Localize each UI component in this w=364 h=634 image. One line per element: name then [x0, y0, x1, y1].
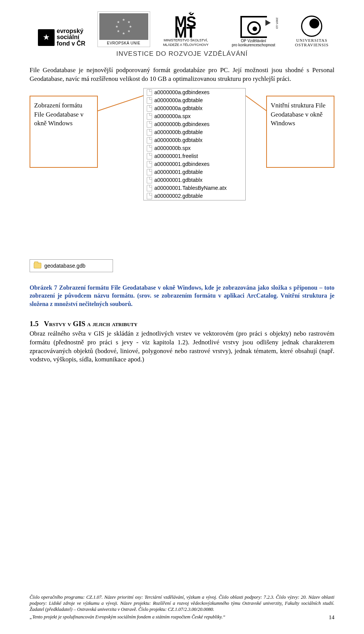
msmt-line2: MLÁDEŽE A TĚLOVÝCHOVY	[163, 43, 209, 47]
file-icon	[147, 193, 152, 199]
file-icon	[147, 89, 152, 96]
file-row: a00000002.gdbtable	[144, 192, 245, 200]
header-logos: ★ evropský sociální fond v ČR ★★ ★★ ★★ ★…	[30, 11, 334, 49]
file-name: a00000001.gdbtablx	[154, 177, 202, 183]
footer-credit: „Tento projekt je spolufinancován Evrops…	[30, 614, 225, 621]
section-body: Obraz reálného světa v GIS je skládán z …	[30, 330, 334, 364]
file-icon	[147, 177, 152, 183]
file-name: a0000000a.gdbtable	[154, 97, 203, 103]
file-list-panel: a0000000a.gdbindexes a0000000a.gdbtable …	[143, 88, 246, 200]
section-number: 1.5	[30, 320, 39, 328]
file-icon	[147, 121, 152, 128]
file-icon	[147, 129, 152, 136]
file-name: a0000000b.spx	[154, 145, 191, 151]
file-icon	[147, 145, 152, 151]
op-line1: OP Vzdělávání	[241, 39, 266, 43]
eu-label: EVROPSKÁ UNIE	[107, 41, 140, 45]
uni-line2: OSTRAVIENSIS	[295, 43, 329, 47]
esf-text-3: fond v ČR	[57, 41, 86, 47]
uni-line1: UNIVERSITAS	[296, 38, 327, 43]
file-row: a0000000b.gdbindexes	[144, 120, 245, 128]
file-row: a00000001.gdbtable	[144, 168, 245, 176]
footer-meta: Číslo operačního programu: CZ.1.07. Náze…	[30, 594, 334, 612]
file-name: a00000001.freelist	[154, 153, 198, 159]
page-number: 14	[329, 614, 334, 621]
file-name: a00000002.gdbtable	[154, 193, 203, 199]
logo-esf: ★ evropský sociální fond v ČR	[30, 28, 94, 47]
file-name: a0000000b.gdbtable	[154, 129, 203, 135]
folder-icon	[34, 263, 41, 268]
file-row: a0000000a.gdbtablx	[144, 104, 245, 112]
file-row: a0000000b.spx	[144, 144, 245, 152]
svg-line-1	[246, 96, 267, 111]
section-heading: 1.5 Vrstvy v GIS a jejich atributy	[30, 320, 334, 328]
file-icon	[147, 161, 152, 167]
page-footer: Číslo operačního programu: CZ.1.07. Náze…	[30, 594, 334, 621]
file-icon	[147, 169, 152, 175]
svg-line-0	[98, 96, 143, 111]
file-name: a00000001.TablesByName.atx	[154, 185, 227, 191]
file-name: a0000000a.gdbindexes	[154, 89, 210, 95]
file-icon	[147, 185, 152, 191]
logo-op: 2007-13 OP Vzdělávání pro konkurencescho…	[221, 16, 286, 47]
file-name: a0000000a.gdbtablx	[154, 105, 202, 111]
file-name: a0000000b.gdbindexes	[154, 121, 210, 127]
file-row: a00000001.TablesByName.atx	[144, 184, 245, 192]
file-icon	[147, 113, 152, 120]
file-name: a00000001.gdbtable	[154, 169, 203, 175]
investice-heading: INVESTICE DO ROZVOJE VZDĚLÁVÁNÍ	[30, 50, 334, 58]
figure-7: Zobrazení formátu File Geodatabase v okn…	[30, 88, 334, 282]
file-icon	[147, 137, 152, 144]
file-name: a0000000b.gdbtablx	[154, 137, 202, 143]
file-row: a0000000a.gdbtable	[144, 96, 245, 104]
file-row: a00000001.gdbtablx	[144, 176, 245, 184]
logo-eu: ★★ ★★ ★★ ★★ EVROPSKÁ UNIE	[97, 11, 150, 47]
intro-paragraph: File Geodatabase je nejnovější podporova…	[30, 66, 334, 84]
op-line2: pro konkurenceschopnost	[232, 43, 275, 47]
annotation-right: Vnitřní struktura File Geodatabase v okn…	[266, 96, 334, 168]
section-title: Vrstvy v GIS a jejich atributy	[44, 320, 138, 328]
file-icon	[147, 97, 152, 104]
figure-caption: Obrázek 7 Zobrazení formátu File Geodata…	[30, 284, 334, 308]
file-row: a0000000b.gdbtable	[144, 128, 245, 136]
logo-universitas: UNIVERSITAS OSTRAVIENSIS	[289, 16, 334, 47]
file-name: a0000000a.spx	[154, 113, 191, 119]
file-row: a0000000a.gdbindexes	[144, 88, 245, 96]
annotation-left: Zobrazení formátu File Geodatabase v okn…	[30, 96, 98, 168]
logo-msmt: MŠMTˇ MINISTERSTVO ŠKOLSTVÍ, MLÁDEŽE A T…	[154, 16, 218, 47]
folder-name: geodatabase.gdb	[44, 263, 85, 269]
file-name: a00000001.gdbindexes	[154, 161, 210, 167]
file-icon	[147, 153, 152, 159]
esf-text-2: sociální	[57, 34, 86, 41]
folder-widget: geodatabase.gdb	[30, 259, 113, 272]
file-icon	[147, 105, 152, 112]
file-row: a0000000b.gdbtablx	[144, 136, 245, 144]
file-row: a00000001.freelist	[144, 152, 245, 160]
file-row: a0000000a.spx	[144, 112, 245, 120]
esf-text-1: evropský	[57, 28, 86, 35]
op-years: 2007-13	[275, 17, 278, 28]
file-row: a00000001.gdbindexes	[144, 160, 245, 168]
